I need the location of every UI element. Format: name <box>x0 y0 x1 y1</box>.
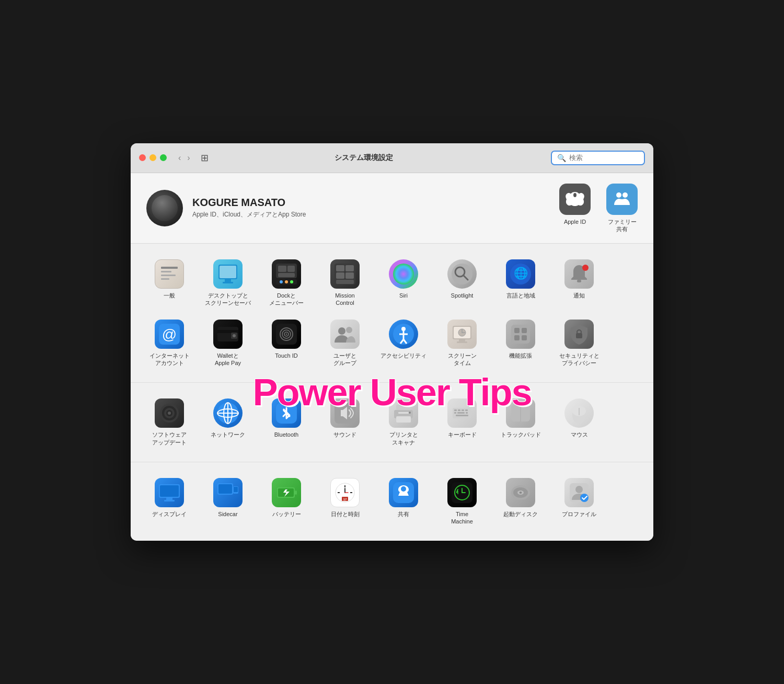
svg-point-80 <box>409 412 411 414</box>
svg-point-16 <box>280 280 283 283</box>
printer-label: プリンタとスキャナ <box>389 431 418 446</box>
sound-label: サウンド <box>333 431 356 438</box>
avatar[interactable] <box>146 190 183 226</box>
svg-rect-61 <box>522 335 527 340</box>
close-button[interactable] <box>139 154 146 161</box>
profile-subtitle: Apple ID、iCloud、メディアとApp Store <box>192 210 306 219</box>
svg-point-44 <box>338 327 345 335</box>
lang-item[interactable]: 🌐 言語と地域 <box>492 254 549 312</box>
network-item[interactable]: ネットワーク <box>200 393 256 451</box>
spotlight-label: Spotlight <box>451 292 474 299</box>
profile-right: Apple ID ファミリー共有 <box>559 184 638 233</box>
access-icon <box>389 320 418 349</box>
software-item[interactable]: ソフトウェアアップデート <box>141 393 198 451</box>
svg-rect-56 <box>457 341 467 343</box>
icon-grid-1: 一般 デスクトップとスクリーンセーバ <box>141 254 643 372</box>
svg-rect-88 <box>466 412 468 414</box>
apple-id-item[interactable]: Apple ID <box>559 184 591 233</box>
wallet-item[interactable]: WalletとApple Pay <box>200 314 256 372</box>
notif-label: 通知 <box>573 292 585 299</box>
svg-point-116 <box>401 486 406 492</box>
svg-point-25 <box>393 264 414 284</box>
access-label: アクセシビリティ <box>381 352 426 359</box>
svg-rect-20 <box>336 265 344 271</box>
internet-item[interactable]: @ インターネットアカウント <box>141 314 198 372</box>
sections-wrapper: Power User Tips 一般 <box>131 244 653 541</box>
sound-item[interactable]: サウンド <box>317 393 373 451</box>
security-item[interactable]: セキュリティとプライバシー <box>551 314 607 372</box>
sharing-item[interactable]: 共有 <box>375 473 432 531</box>
notif-item[interactable]: 通知 <box>551 254 607 312</box>
printer-item[interactable]: プリンタとスキャナ <box>375 393 432 451</box>
grid-section-1: 一般 デスクトップとスクリーンセーバ <box>131 244 653 383</box>
back-button[interactable]: ‹ <box>176 152 183 164</box>
svg-rect-23 <box>345 272 354 279</box>
lang-icon: 🌐 <box>506 259 535 289</box>
svg-point-125 <box>580 494 589 502</box>
svg-rect-31 <box>577 280 581 282</box>
touchid-item[interactable]: Touch ID <box>258 314 315 372</box>
svg-rect-96 <box>160 485 179 497</box>
desktop-item[interactable]: デスクトップとスクリーンセーバ <box>200 254 256 312</box>
users-item[interactable]: ユーザとグループ <box>317 314 373 372</box>
users-label: ユーザとグループ <box>333 352 356 367</box>
dock-label: Dockとメニューバー <box>269 292 304 307</box>
display-label: ディスプレイ <box>152 510 187 518</box>
svg-rect-104 <box>295 491 297 495</box>
svg-rect-89 <box>456 415 468 416</box>
battery-item[interactable]: バッテリー <box>258 473 315 531</box>
system-preferences-window: ‹ › ⊞ システム環境設定 🔍 KOGURE MASATO Apple ID、… <box>131 143 653 541</box>
svg-rect-78 <box>396 416 411 423</box>
svg-rect-84 <box>462 409 464 411</box>
traffic-lights <box>139 154 167 161</box>
battery-label: バッテリー <box>272 510 301 518</box>
profiles-item[interactable]: プロファイル <box>551 473 607 531</box>
family-sharing-item[interactable]: ファミリー共有 <box>606 184 638 233</box>
network-label: ネットワーク <box>211 431 245 438</box>
siri-item[interactable]: Siri <box>375 254 432 312</box>
security-icon <box>564 320 594 349</box>
mission-icon <box>330 259 360 289</box>
mission-item[interactable]: MissionControl <box>317 254 373 312</box>
bluetooth-item[interactable]: Bluetooth <box>258 393 315 451</box>
security-label: セキュリティとプライバシー <box>559 352 599 367</box>
general-icon <box>155 259 184 289</box>
bluetooth-icon <box>272 398 301 428</box>
mouse-item[interactable]: マウス <box>551 393 607 451</box>
svg-rect-82 <box>454 409 457 411</box>
display-item[interactable]: ディスプレイ <box>141 473 198 531</box>
family-sharing-icon <box>606 184 638 215</box>
spotlight-item[interactable]: Spotlight <box>434 254 490 312</box>
svg-rect-57 <box>511 325 530 344</box>
grid-section-3: ディスプレイ Sidecar <box>131 462 653 541</box>
datetime-item[interactable]: 17 日付と時刻 <box>317 473 373 531</box>
minimize-button[interactable] <box>149 154 156 161</box>
search-input[interactable] <box>569 154 639 162</box>
timemachine-item[interactable]: TimeMachine <box>434 473 490 531</box>
mission-label: MissionControl <box>335 292 354 307</box>
svg-point-0 <box>573 193 577 197</box>
svg-rect-3 <box>161 267 178 269</box>
svg-point-38 <box>233 334 236 337</box>
svg-rect-22 <box>336 272 344 279</box>
svg-point-43 <box>286 333 287 335</box>
screen-item[interactable]: スクリーンタイム <box>434 314 490 372</box>
touchid-icon <box>272 320 301 349</box>
maximize-button[interactable] <box>160 154 167 161</box>
sound-icon <box>330 398 360 428</box>
dock-item[interactable]: Dockとメニューバー <box>258 254 315 312</box>
mouse-label: マウス <box>571 431 588 438</box>
sidecar-item[interactable]: Sidecar <box>200 473 256 531</box>
display-icon <box>155 478 184 507</box>
trackpad-icon <box>506 398 535 428</box>
svg-rect-85 <box>465 409 468 411</box>
trackpad-item[interactable]: トラックパッド <box>492 393 549 451</box>
extensions-item[interactable]: 機能拡張 <box>492 314 549 372</box>
general-item[interactable]: 一般 <box>141 254 198 312</box>
startup-item[interactable]: 起動ディスク <box>492 473 549 531</box>
svg-text:@: @ <box>162 326 177 343</box>
svg-rect-14 <box>278 273 295 277</box>
access-item[interactable]: アクセシビリティ <box>375 314 432 372</box>
keyboard-item[interactable]: キーボード <box>434 393 490 451</box>
startup-icon <box>506 478 535 507</box>
